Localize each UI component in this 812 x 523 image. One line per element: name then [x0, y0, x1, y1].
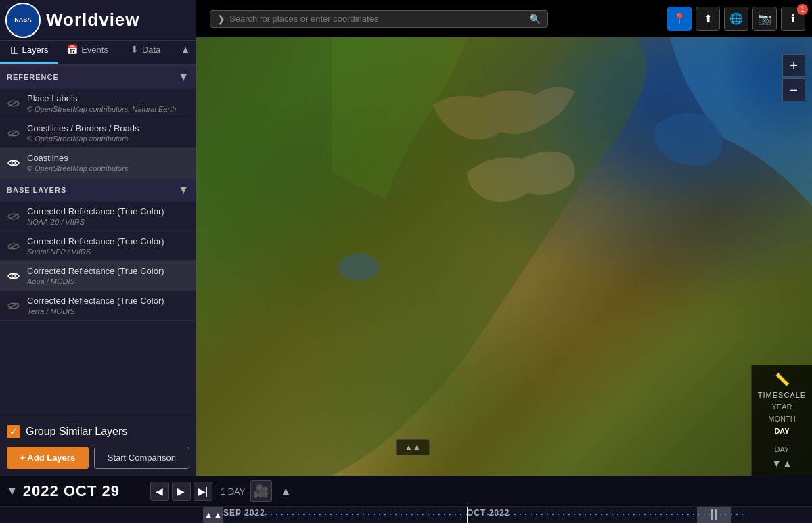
timescale-day[interactable]: DAY [752, 425, 812, 437]
events-icon: 📅 [66, 44, 78, 55]
svg-point-2 [12, 161, 16, 164]
pause-indicator[interactable]: ⏸ [697, 507, 731, 523]
timescale-panel: 📏 TIMESCALE YEAR MONTH DAY DAY ▼ ▲ [751, 365, 812, 476]
map-satellite-imagery [196, 37, 812, 476]
search-arrow-icon: ❯ [217, 14, 225, 24]
layer-info: Place Labels © OpenStreetMap contributor… [27, 93, 191, 114]
group-similar-checkbox[interactable]: ✓ [7, 425, 20, 438]
layer-item[interactable]: Coastlines © OpenStreetMap contributors [0, 148, 196, 178]
sidebar-bottom: ✓ Group Similar Layers + Add Layers Star… [0, 415, 196, 476]
pin-button[interactable]: 📍 [667, 7, 692, 31]
layers-content: REFERENCE ▼ Place Labels © OpenStreetMap… [0, 65, 196, 415]
search-input[interactable] [229, 14, 529, 24]
timescale-arrows: ▼ ▲ [752, 455, 812, 472]
layer-item[interactable]: Corrected Reflectance (True Color) Terra… [0, 291, 196, 321]
timescale-month[interactable]: MONTH [752, 413, 812, 425]
sidebar-tabs: ◫ Layers 📅 Events ⬇ Data ▲ [0, 37, 196, 65]
nasa-logo: NASA [5, 3, 41, 38]
next-button[interactable]: ▶ [172, 482, 191, 501]
app-title: Worldview [46, 9, 140, 30]
layer-item[interactable]: Coastlines / Borders / Roads © OpenStree… [0, 118, 196, 148]
timescale-icon: 📏 [752, 369, 812, 390]
group-similar-label: Group Similar Layers [26, 426, 127, 438]
map-area[interactable] [196, 37, 812, 476]
search-bar[interactable]: ❯ 🔍 [210, 10, 548, 28]
data-icon: ⬇ [131, 44, 139, 55]
tab-layers[interactable]: ◫ Layers [0, 37, 58, 64]
timescale-day-lower[interactable]: DAY [752, 443, 812, 455]
layer-visibility-icon[interactable] [5, 208, 22, 225]
layers-icon: ◫ [10, 44, 19, 55]
svg-point-7 [338, 254, 379, 281]
layer-visibility-icon[interactable] [5, 95, 22, 112]
sep-label: SEP 2022 [223, 508, 265, 518]
search-icon[interactable]: 🔍 [529, 14, 541, 24]
layer-visibility-icon[interactable] [5, 268, 22, 284]
layer-item[interactable]: Corrected Reflectance (True Color) Suomi… [0, 231, 196, 261]
zoom-out-button[interactable]: − [782, 78, 805, 101]
layer-info: Corrected Reflectance (True Color) Suomi… [27, 236, 191, 256]
timeline: ▼ 2022 OCT 29 ◀ ▶ ▶| 1 DAY 🎥 ▲ ▲▲ SEP 20… [0, 476, 812, 523]
reference-collapse-icon: ▼ [178, 71, 189, 83]
skip-forward-button[interactable]: ▶| [194, 482, 212, 501]
add-layers-button[interactable]: + Add Layers [7, 447, 89, 469]
reference-section-header[interactable]: REFERENCE ▼ [0, 65, 196, 89]
zoom-controls: + − [782, 54, 805, 103]
layer-visibility-icon[interactable] [5, 155, 22, 171]
sidebar: ◫ Layers 📅 Events ⬇ Data ▲ REFERENCE ▼ [0, 37, 196, 476]
header: NASA Worldview [0, 0, 196, 41]
day-indicator: 1 DAY [221, 486, 246, 497]
layer-item[interactable]: Place Labels © OpenStreetMap contributor… [0, 89, 196, 118]
tab-data[interactable]: ⬇ Data [116, 37, 175, 64]
base-layers-section-header[interactable]: BASE LAYERS ▼ [0, 178, 196, 202]
timescale-up-arrow[interactable]: ▲ [783, 458, 792, 469]
camera-button[interactable]: 📷 [752, 7, 777, 31]
oct-label: OCT 2022 [467, 508, 510, 518]
tab-events[interactable]: 📅 Events [58, 37, 116, 64]
base-layers-collapse-icon: ▼ [178, 184, 189, 196]
layer-info: Corrected Reflectance (True Color) NOAA-… [27, 206, 191, 227]
timeline-nav: ◀ ▶ ▶| [150, 482, 212, 501]
zoom-in-button[interactable]: + [782, 54, 805, 77]
down-arrow-icon[interactable]: ▼ [7, 485, 18, 497]
info-button[interactable]: ℹ 1 [781, 7, 805, 31]
date-display: 2022 OCT 29 [23, 482, 145, 500]
toolbar-icons: 📍 ⬆ 🌐 📷 ℹ 1 [667, 7, 805, 31]
info-badge: 1 [797, 4, 808, 15]
layer-info: Corrected Reflectance (True Color) Aqua … [27, 266, 191, 286]
layer-info: Coastlines © OpenStreetMap contributors [27, 153, 191, 173]
layer-info: Corrected Reflectance (True Color) Terra… [27, 296, 191, 316]
timescale-year[interactable]: YEAR [752, 401, 812, 413]
layer-item[interactable]: Corrected Reflectance (True Color) NOAA-… [0, 202, 196, 231]
layer-visibility-icon[interactable] [5, 298, 22, 314]
layer-visibility-icon[interactable] [5, 238, 22, 254]
start-comparison-button[interactable]: Start Comparison [94, 447, 189, 469]
timeline-ruler[interactable]: ▲▲ SEP 2022 OCT 2022 ⏸ [0, 507, 812, 523]
globe-button[interactable]: 🌐 [724, 7, 748, 31]
group-similar-row[interactable]: ✓ Group Similar Layers [7, 422, 189, 441]
layer-visibility-icon[interactable] [5, 125, 22, 141]
layer-info: Coastlines / Borders / Roads © OpenStree… [27, 123, 191, 143]
svg-point-5 [12, 274, 16, 277]
ruler-track: ▲▲ SEP 2022 OCT 2022 ⏸ [0, 507, 812, 523]
sidebar-expand-button[interactable]: ▲ [175, 37, 196, 64]
timeline-camera-button[interactable]: 🎥 [250, 480, 272, 502]
timescale-down-arrow[interactable]: ▼ [772, 458, 782, 469]
share-button[interactable]: ⬆ [696, 7, 720, 31]
timescale-title: TIMESCALE [752, 390, 812, 401]
collapse-map-button[interactable]: ▲▲ [396, 439, 430, 455]
sidebar-buttons: + Add Layers Start Comparison [7, 447, 189, 469]
up-arrow-icon[interactable]: ▲ [280, 485, 291, 497]
prev-button[interactable]: ◀ [150, 482, 169, 501]
top-toolbar: ❯ 🔍 📍 ⬆ 🌐 📷 ℹ 1 [196, 0, 812, 37]
timeline-controls: ▼ 2022 OCT 29 ◀ ▶ ▶| 1 DAY 🎥 ▲ [0, 476, 812, 507]
playhead [467, 507, 468, 523]
layer-item[interactable]: Corrected Reflectance (True Color) Aqua … [0, 261, 196, 291]
timeline-collapse-button[interactable]: ▲▲ [203, 507, 223, 523]
